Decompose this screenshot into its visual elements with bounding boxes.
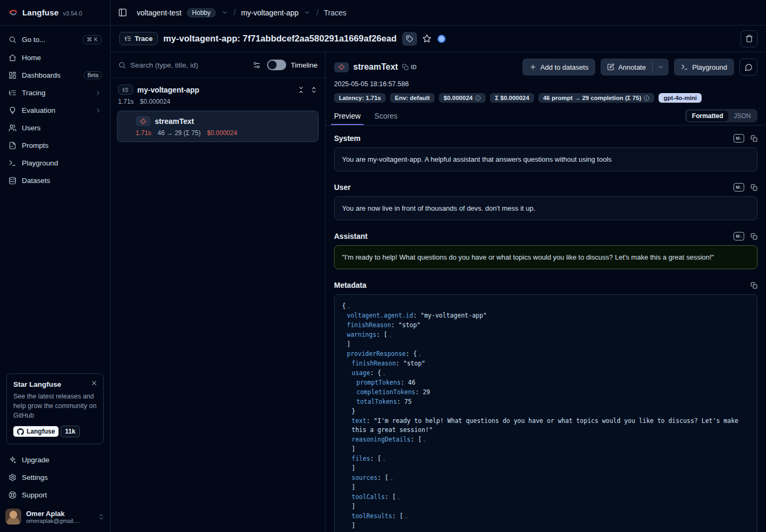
json-line: ]	[342, 521, 750, 531]
star-icon[interactable]	[422, 34, 431, 43]
json-line: reasoningDetails: [⌄	[342, 435, 750, 445]
sidebar-item-datasets[interactable]: Datasets	[4, 172, 106, 189]
app-name: Langfuse	[22, 8, 59, 17]
trace-tree: my-voltagent-app 1.71s $0.000024 streamT…	[111, 78, 325, 148]
generation-fan-icon	[136, 116, 151, 126]
copy-icon[interactable]	[751, 135, 757, 142]
tree-node-streamtext[interactable]: streamText 1.71s 46 → 29 (Σ 75) $0.00002…	[117, 111, 319, 142]
observation-detail-panel: streamText ID Add to datasets Annotate	[326, 52, 766, 532]
beta-badge: Beta	[84, 71, 102, 79]
chevron-down-icon[interactable]	[304, 9, 311, 16]
sidebar-item-users[interactable]: Users	[4, 120, 106, 136]
plus-icon	[529, 63, 537, 71]
json-line: {⌄	[342, 302, 750, 311]
user-menu[interactable]: Omer Aplak omeraplak@gmail....	[0, 503, 110, 532]
star-card-title: Star Langfuse	[13, 380, 97, 388]
markdown-toggle-icon[interactable]: M↓	[734, 183, 744, 192]
tag-icon[interactable]	[402, 32, 417, 46]
model-badge[interactable]: gpt-4o-mini	[659, 93, 702, 103]
format-json[interactable]: JSON	[728, 111, 756, 121]
breadcrumb-org[interactable]: voltagent-test	[137, 9, 181, 17]
annotate-button[interactable]: Annotate	[601, 59, 652, 76]
json-expand-caret[interactable]: ⌄	[423, 437, 426, 443]
github-star-button[interactable]: Langfuse	[13, 426, 59, 437]
copy-icon[interactable]	[751, 184, 757, 191]
markdown-toggle-icon[interactable]: M↓	[734, 134, 744, 143]
breadcrumb-separator: /	[234, 8, 236, 18]
user-name: Omer Aplak	[26, 510, 93, 518]
sidebar-item-dashboards[interactable]: Dashboards Beta	[4, 67, 106, 84]
star-langfuse-card: Star Langfuse See the latest releases an…	[6, 373, 104, 444]
sidebar-item-evaluation[interactable]: Evaluation	[4, 102, 106, 119]
copy-id[interactable]: ID	[402, 64, 417, 70]
list-tree-icon	[9, 89, 16, 97]
json-expand-caret[interactable]: ⌄	[397, 495, 400, 500]
goto-search[interactable]: Go to... ⌘ K	[4, 31, 106, 48]
tree-root-node[interactable]: my-voltagent-app	[117, 85, 319, 95]
comment-button[interactable]	[739, 59, 757, 76]
playground-button[interactable]: Playground	[674, 59, 734, 76]
json-expand-caret[interactable]: ⌄	[419, 352, 421, 357]
copy-icon[interactable]	[751, 282, 757, 289]
tab-preview[interactable]: Preview	[334, 112, 361, 125]
json-line: text: "I'm ready to help! What questions…	[342, 417, 750, 435]
json-expand-caret[interactable]: ⌄	[382, 371, 385, 376]
latency-badge: Latency: 1.71s	[334, 93, 386, 103]
sidebar-item-tracing[interactable]: Tracing	[4, 85, 106, 101]
copy-icon[interactable]	[751, 233, 757, 240]
json-expand-caret[interactable]: ⌄	[382, 456, 385, 462]
panel-toggle-icon[interactable]	[118, 8, 127, 17]
format-formatted[interactable]: Formatted	[687, 111, 729, 121]
collapse-all-icon[interactable]	[310, 86, 318, 94]
expand-all-icon[interactable]	[297, 86, 305, 94]
view-settings-icon[interactable]	[253, 61, 261, 69]
annotate-dropdown-chevron[interactable]	[653, 59, 669, 76]
life-buoy-icon	[9, 491, 16, 499]
langfuse-logo-icon	[9, 8, 18, 18]
json-line: }	[342, 407, 750, 417]
markdown-toggle-icon[interactable]: M↓	[734, 232, 744, 240]
json-line: ]	[342, 340, 750, 350]
json-line: sources: [⌄	[342, 473, 750, 483]
sidebar-item-playground[interactable]: Playground	[4, 155, 106, 171]
json-line: finishReason: "stop"	[342, 359, 750, 369]
json-expand-caret[interactable]: ⌄	[347, 304, 350, 309]
system-heading: System	[334, 134, 361, 143]
info-icon[interactable]	[475, 95, 481, 101]
close-icon[interactable]	[90, 379, 98, 387]
sidebar-item-upgrade[interactable]: Upgrade	[4, 452, 106, 468]
chevron-right-icon	[95, 107, 102, 114]
tree-root-stats: 1.71s $0.000024	[117, 95, 319, 111]
observation-title: streamText	[353, 62, 398, 72]
avatar	[5, 509, 21, 525]
breadcrumb-page[interactable]: Traces	[324, 9, 346, 17]
node-latency: 1.71s	[136, 129, 151, 137]
delete-trace-button[interactable]	[740, 30, 757, 47]
tab-scores[interactable]: Scores	[374, 112, 398, 125]
add-to-datasets-button[interactable]: Add to datasets	[522, 59, 595, 76]
chevron-down-icon[interactable]	[221, 9, 228, 16]
search-input[interactable]	[130, 61, 248, 69]
json-expand-caret[interactable]: ⌄	[389, 332, 392, 338]
search-icon	[9, 36, 16, 44]
json-line: completionTokens: 29	[342, 388, 750, 397]
root-cost: $0.000024	[140, 98, 170, 105]
breadcrumb: voltagent-test Hobby / my-voltagent-app …	[111, 0, 766, 26]
timeline-toggle[interactable]	[267, 60, 286, 70]
main-area: voltagent-test Hobby / my-voltagent-app …	[111, 0, 766, 532]
public-share-icon[interactable]	[437, 34, 446, 44]
user-email: omeraplak@gmail....	[26, 518, 84, 524]
sidebar-item-home[interactable]: Home	[4, 49, 106, 66]
breadcrumb-project[interactable]: my-voltagent-app	[241, 9, 298, 17]
json-expand-caret[interactable]: ⌄	[390, 476, 393, 481]
sidebar-item-settings[interactable]: Settings	[4, 469, 106, 486]
node-name: streamText	[155, 117, 194, 126]
json-line: voltagent.agent.id: "my-voltagent-app"	[342, 311, 750, 321]
dashboard-icon	[9, 71, 16, 79]
json-expand-caret[interactable]: ⌄	[405, 514, 407, 519]
info-icon[interactable]	[644, 95, 650, 101]
json-line: promptTokens: 46	[342, 378, 750, 388]
sidebar-item-prompts[interactable]: Prompts	[4, 137, 106, 154]
sidebar-item-support[interactable]: Support	[4, 487, 106, 503]
assistant-heading: Assistant	[334, 232, 368, 240]
